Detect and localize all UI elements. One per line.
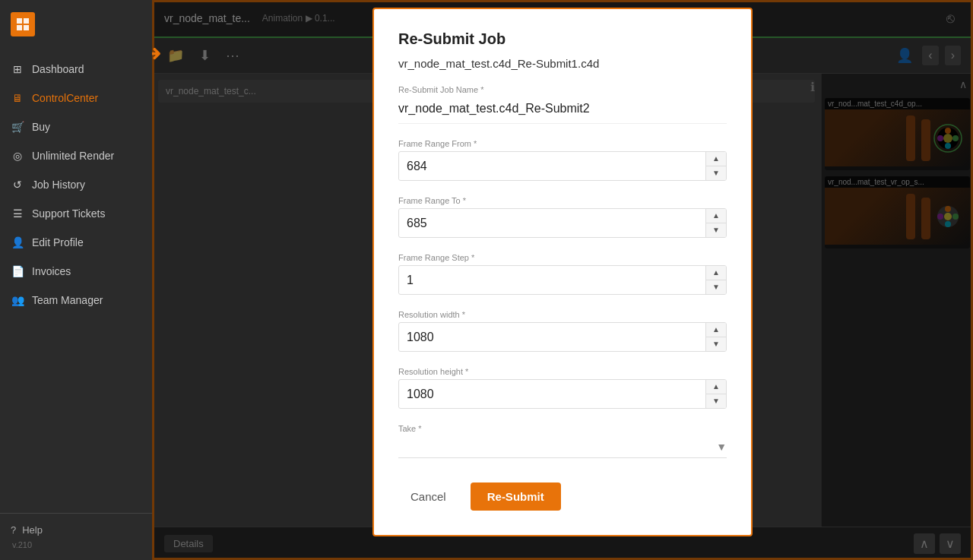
sidebar-item-edit-profile[interactable]: 👤 Edit Profile: [0, 228, 152, 257]
version-label: v.210: [11, 540, 141, 549]
frame-range-to-field: Frame Range To * ▲ ▼: [398, 196, 727, 238]
sidebar-item-dashboard[interactable]: ⊞ Dashboard: [0, 55, 152, 84]
take-field: Take * ▼: [398, 424, 727, 458]
frame-range-from-up[interactable]: ▲: [706, 152, 726, 166]
sidebar-label-team-manager: Team Manager: [32, 294, 103, 306]
sidebar-item-support-tickets[interactable]: ☰ Support Tickets: [0, 199, 152, 228]
take-select-wrap: ▼: [398, 436, 727, 458]
modal-title: Re-Submit Job: [398, 30, 727, 48]
sidebar-item-help[interactable]: ? Help: [11, 524, 141, 536]
resolution-width-up[interactable]: ▲: [706, 323, 726, 337]
resolution-height-wrap: ▲ ▼: [398, 379, 727, 409]
svg-rect-3: [24, 25, 29, 30]
sidebar-label-edit-profile: Edit Profile: [32, 236, 84, 248]
cancel-button[interactable]: Cancel: [398, 484, 458, 509]
modal-filename: vr_node_mat_test.c4d_Re-Submit1.c4d: [398, 57, 727, 70]
resolution-width-input[interactable]: [399, 324, 705, 350]
svg-rect-1: [24, 18, 29, 24]
sidebar-label-unlimited-render: Unlimited Render: [32, 150, 114, 162]
sidebar-label-dashboard: Dashboard: [32, 63, 84, 75]
resubmit-name-label: Re-Submit Job Name *: [398, 85, 727, 94]
frame-range-to-down[interactable]: ▼: [706, 223, 726, 237]
frame-range-from-wrap: ▲ ▼: [398, 151, 727, 181]
resubmit-name-value: vr_node_mat_test.c4d_Re-Submit2: [398, 97, 727, 124]
resolution-height-up[interactable]: ▲: [706, 380, 726, 394]
resubmit-button[interactable]: Re-Submit: [471, 482, 561, 511]
resolution-width-field: Resolution width * ▲ ▼: [398, 310, 727, 352]
frame-range-step-down[interactable]: ▼: [706, 280, 726, 294]
frame-range-from-field: Frame Range From * ▲ ▼: [398, 139, 727, 181]
sidebar-label-buy: Buy: [32, 121, 50, 133]
team-manager-icon: 👥: [11, 293, 24, 307]
modal-overlay[interactable]: Re-Submit Job vr_node_mat_test.c4d_Re-Su…: [152, 0, 973, 560]
resolution-height-field: Resolution height * ▲ ▼: [398, 367, 727, 409]
take-label: Take *: [398, 424, 727, 433]
resubmit-name-field: Re-Submit Job Name * vr_node_mat_test.c4…: [398, 85, 727, 124]
edit-profile-icon: 👤: [11, 236, 24, 249]
logo-icon: [11, 12, 35, 36]
frame-range-to-spinner: ▲ ▼: [705, 209, 726, 237]
frame-range-step-field: Frame Range Step * ▲ ▼: [398, 253, 727, 295]
svg-rect-2: [17, 25, 22, 30]
sidebar-nav: ⊞ Dashboard 🖥 ControlCenter 🛒 Buy ◎ Unli…: [0, 49, 152, 513]
resolution-height-label: Resolution height *: [398, 367, 727, 376]
sidebar-item-buy[interactable]: 🛒 Buy: [0, 112, 152, 141]
frame-range-from-label: Frame Range From *: [398, 139, 727, 148]
job-history-icon: ↺: [11, 178, 24, 191]
sidebar-item-controlcenter[interactable]: 🖥 ControlCenter: [0, 84, 152, 112]
unlimited-render-icon: ◎: [11, 149, 24, 163]
sidebar-label-job-history: Job History: [32, 179, 85, 191]
sidebar-item-unlimited-render[interactable]: ◎ Unlimited Render: [0, 141, 152, 170]
frame-range-step-up[interactable]: ▲: [706, 266, 726, 280]
take-select[interactable]: [398, 441, 716, 453]
resolution-width-label: Resolution width *: [398, 310, 727, 319]
controlcenter-icon: 🖥: [11, 91, 24, 105]
frame-range-step-label: Frame Range Step *: [398, 253, 727, 262]
buy-icon: 🛒: [11, 120, 24, 134]
frame-range-from-down[interactable]: ▼: [706, 166, 726, 180]
resolution-width-spinner: ▲ ▼: [705, 323, 726, 351]
resolution-width-wrap: ▲ ▼: [398, 322, 727, 352]
resolution-height-input[interactable]: [399, 381, 705, 407]
help-label: Help: [22, 524, 43, 536]
frame-range-to-wrap: ▲ ▼: [398, 208, 727, 238]
frame-range-from-input[interactable]: [399, 153, 705, 179]
main-content: ➜ vr_node_mat_te... Animation ▶ 0.1... ⎋…: [152, 0, 973, 560]
orange-arrow-indicator: ➜: [152, 42, 162, 65]
sidebar-item-job-history[interactable]: ↺ Job History: [0, 170, 152, 199]
resubmit-modal: Re-Submit Job vr_node_mat_test.c4d_Re-Su…: [372, 8, 753, 536]
sidebar-item-invoices[interactable]: 📄 Invoices: [0, 257, 152, 286]
sidebar-label-controlcenter: ControlCenter: [32, 92, 98, 104]
resolution-height-spinner: ▲ ▼: [705, 380, 726, 408]
dashboard-icon: ⊞: [11, 62, 24, 76]
frame-range-step-input[interactable]: [399, 267, 705, 293]
frame-range-to-up[interactable]: ▲: [706, 209, 726, 223]
support-tickets-icon: ☰: [11, 207, 24, 220]
svg-rect-0: [17, 18, 22, 24]
resolution-height-down[interactable]: ▼: [706, 394, 726, 408]
invoices-icon: 📄: [11, 264, 24, 278]
sidebar-label-support-tickets: Support Tickets: [32, 207, 106, 220]
frame-range-from-spinner: ▲ ▼: [705, 152, 726, 180]
resolution-width-down[interactable]: ▼: [706, 337, 726, 351]
frame-range-step-wrap: ▲ ▼: [398, 265, 727, 295]
sidebar-item-team-manager[interactable]: 👥 Team Manager: [0, 286, 152, 315]
sidebar-bottom: ? Help v.210: [0, 513, 152, 560]
sidebar: ⊞ Dashboard 🖥 ControlCenter 🛒 Buy ◎ Unli…: [0, 0, 152, 560]
frame-range-to-label: Frame Range To *: [398, 196, 727, 205]
sidebar-label-invoices: Invoices: [32, 265, 71, 277]
take-dropdown-arrow: ▼: [716, 441, 727, 453]
modal-footer: Cancel Re-Submit: [398, 476, 727, 511]
frame-range-step-spinner: ▲ ▼: [705, 266, 726, 294]
frame-range-to-input[interactable]: [399, 210, 705, 236]
help-icon: ?: [11, 524, 16, 536]
sidebar-logo: [0, 0, 152, 49]
